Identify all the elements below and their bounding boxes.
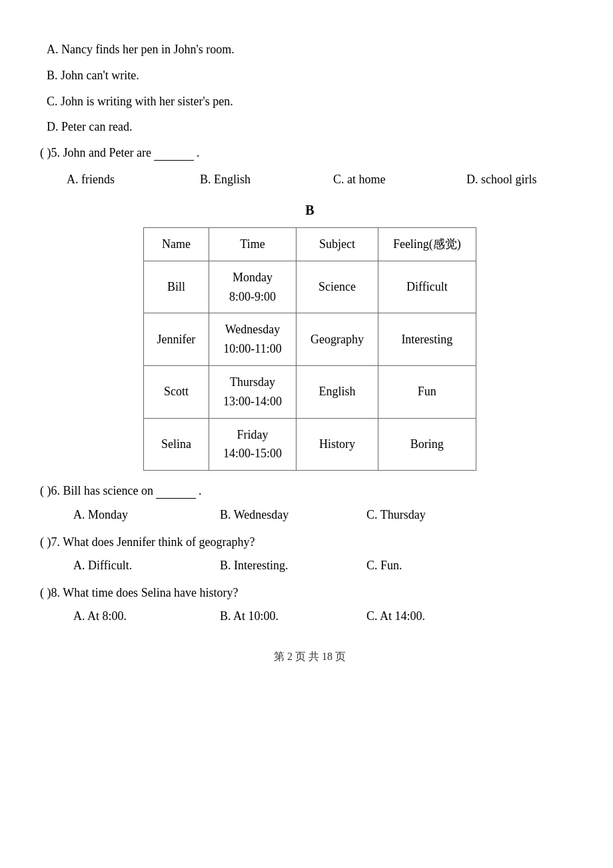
q5-option-c: C. at home (333, 170, 466, 189)
question-6-line: ( )6. Bill has science on . (40, 484, 580, 499)
q8-option-c: C. At 14:00. (366, 609, 513, 623)
answer-options-block: A. Nancy finds her pen in John's room. B… (40, 40, 580, 137)
schedule-table: Name Time Subject Feeling(感觉) Bill Monda… (143, 227, 476, 471)
q6-option-c: C. Thursday (366, 508, 513, 522)
selina-time: Friday 14:00-15:00 (209, 418, 297, 471)
question-8-text: ( )8. What time does Selina have history… (40, 586, 239, 600)
col-time: Time (209, 227, 297, 261)
table-row-bill: Bill Monday 8:00-9:00 Science Difficult (144, 261, 476, 313)
selina-subject: History (297, 418, 378, 471)
question-5-suffix: . (197, 146, 200, 160)
table-row-selina: Selina Friday 14:00-15:00 History Boring (144, 418, 476, 471)
table-header-row: Name Time Subject Feeling(感觉) (144, 227, 476, 261)
q5-option-b: B. English (200, 170, 333, 189)
q6-option-a: A. Monday (73, 508, 220, 522)
scott-subject: English (297, 365, 378, 418)
scott-time: Thursday 13:00-14:00 (209, 365, 297, 418)
option-d-peter: D. Peter can read. (47, 117, 580, 137)
page-footer: 第 2 页 共 18 页 (40, 650, 580, 664)
bill-feeling: Difficult (378, 261, 476, 313)
question-5-options: A. friends B. English C. at home D. scho… (40, 170, 580, 189)
question-7-options: A. Difficult. B. Interesting. C. Fun. (40, 559, 580, 573)
col-subject: Subject (297, 227, 378, 261)
question-6-blank (156, 484, 196, 499)
q8-option-b: B. At 10:00. (220, 609, 366, 623)
question-6-block: ( )6. Bill has science on . A. Monday B.… (40, 484, 580, 522)
q8-option-a: A. At 8:00. (73, 609, 220, 623)
bill-subject: Science (297, 261, 378, 313)
jennifer-time: Wednesday 10:00-11:00 (209, 313, 297, 366)
question-7-block: ( )7. What does Jennifer think of geogra… (40, 535, 580, 573)
question-8-line: ( )8. What time does Selina have history… (40, 586, 580, 600)
section-b-title: B (40, 203, 580, 218)
question-7-line: ( )7. What does Jennifer think of geogra… (40, 535, 580, 549)
scott-feeling: Fun (378, 365, 476, 418)
q5-option-a: A. friends (67, 170, 200, 189)
option-a-nancy: A. Nancy finds her pen in John's room. (47, 40, 580, 59)
question-6-text: ( )6. Bill has science on (40, 484, 153, 498)
selina-feeling: Boring (378, 418, 476, 471)
table-row-jennifer: Jennifer Wednesday 10:00-11:00 Geography… (144, 313, 476, 366)
question-6-options: A. Monday B. Wednesday C. Thursday (40, 508, 580, 522)
question-6-suffix: . (199, 484, 202, 498)
schedule-table-wrapper: Name Time Subject Feeling(感觉) Bill Monda… (40, 227, 580, 471)
jennifer-name: Jennifer (144, 313, 209, 366)
table-row-scott: Scott Thursday 13:00-14:00 English Fun (144, 365, 476, 418)
option-b-john-write: B. John can't write. (47, 66, 580, 85)
question-5-text: ( )5. John and Peter are (40, 146, 151, 160)
q7-option-b: B. Interesting. (220, 559, 366, 573)
question-8-options: A. At 8:00. B. At 10:00. C. At 14:00. (40, 609, 580, 623)
scott-name: Scott (144, 365, 209, 418)
jennifer-subject: Geography (297, 313, 378, 366)
selina-name: Selina (144, 418, 209, 471)
question-5-blank (154, 146, 194, 161)
q5-option-d: D. school girls (466, 170, 600, 189)
question-7-text: ( )7. What does Jennifer think of geogra… (40, 535, 255, 549)
col-name: Name (144, 227, 209, 261)
question-5-block: ( )5. John and Peter are . A. friends B.… (40, 146, 580, 189)
option-c-john-sister: C. John is writing with her sister's pen… (47, 92, 580, 111)
jennifer-feeling: Interesting (378, 313, 476, 366)
col-feeling: Feeling(感觉) (378, 227, 476, 261)
q6-option-b: B. Wednesday (220, 508, 366, 522)
bill-time: Monday 8:00-9:00 (209, 261, 297, 313)
question-8-block: ( )8. What time does Selina have history… (40, 586, 580, 623)
q7-option-c: C. Fun. (366, 559, 513, 573)
bill-name: Bill (144, 261, 209, 313)
question-5-line: ( )5. John and Peter are . (40, 146, 580, 161)
q7-option-a: A. Difficult. (73, 559, 220, 573)
